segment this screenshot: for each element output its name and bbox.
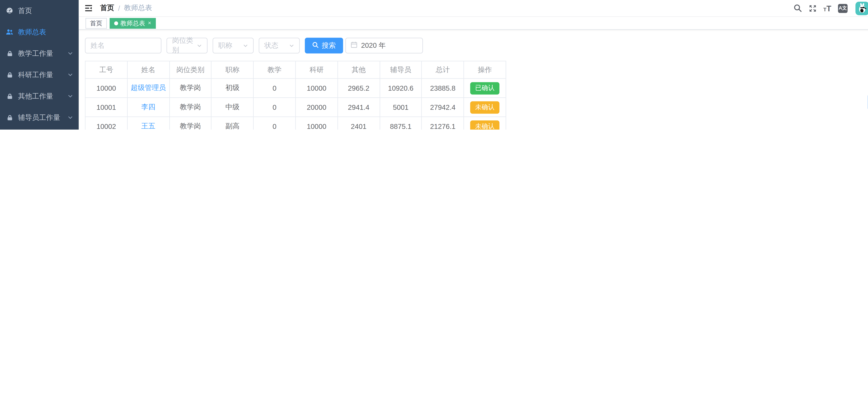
cell-research: 20000 bbox=[296, 98, 338, 117]
status-button-unconfirmed[interactable]: 未确认 bbox=[470, 120, 500, 130]
name-input[interactable]: 姓名 bbox=[85, 38, 161, 54]
sidebar-item-label: 教师总表 bbox=[18, 27, 46, 37]
navbar-actions: TT A文 bbox=[790, 1, 868, 15]
chevron-down-icon bbox=[67, 93, 73, 99]
search-button[interactable]: 搜索 bbox=[305, 38, 343, 54]
tag-label: 首页 bbox=[90, 19, 102, 27]
tags-view: 首页×教师总表× bbox=[79, 17, 868, 30]
lock-icon bbox=[5, 50, 13, 57]
teacher-name-link[interactable]: 超级管理员 bbox=[131, 84, 166, 92]
cell-teaching: 0 bbox=[253, 79, 296, 98]
title-select[interactable]: 职称 bbox=[213, 38, 254, 54]
sidebar-item-label: 科研工作量 bbox=[18, 70, 53, 80]
cell-other: 2965.2 bbox=[338, 79, 380, 98]
user-avatar[interactable] bbox=[856, 1, 868, 15]
cell-research: 10000 bbox=[296, 117, 338, 129]
status-button-confirmed[interactable]: 已确认 bbox=[470, 82, 500, 94]
lock-icon bbox=[5, 114, 13, 121]
table-header-row: 工号姓名岗位类别职称教学科研其他辅导员总计操作 bbox=[85, 61, 506, 79]
column-header: 工号 bbox=[85, 61, 127, 79]
hamburger-icon[interactable] bbox=[84, 4, 93, 12]
column-header: 科研 bbox=[296, 61, 338, 79]
sidebar: 首页教师总表教学工作量科研工作量其他工作量辅导员工作量参数设置 bbox=[0, 0, 79, 129]
table-row: 10001李四教学岗中级0200002941.4500127942.4未确认 bbox=[85, 98, 506, 117]
cell-action: 已确认 bbox=[464, 79, 506, 98]
search-icon[interactable] bbox=[790, 4, 805, 12]
cell-title: 初级 bbox=[212, 79, 253, 98]
cell-other: 2401 bbox=[338, 117, 380, 129]
breadcrumb-home[interactable]: 首页 bbox=[100, 3, 114, 13]
filter-bar: 姓名 岗位类别 职称 状态 bbox=[85, 38, 868, 54]
fullscreen-icon[interactable] bbox=[805, 4, 820, 12]
sidebar-item-label: 首页 bbox=[18, 6, 32, 16]
table-row: 10002王五教学岗副高01000024018875.121276.1未确认 bbox=[85, 117, 506, 129]
teacher-table: 工号姓名岗位类别职称教学科研其他辅导员总计操作 10000超级管理员教学岗初级0… bbox=[85, 61, 506, 129]
cell-title: 中级 bbox=[212, 98, 253, 117]
cell-other: 2941.4 bbox=[338, 98, 380, 117]
chevron-down-icon bbox=[197, 43, 202, 48]
sidebar-item-parameter-settings[interactable]: 参数设置 bbox=[0, 128, 79, 130]
cell-research: 10000 bbox=[296, 79, 338, 98]
close-icon[interactable]: × bbox=[148, 20, 151, 26]
cell-id: 10001 bbox=[85, 98, 127, 117]
sidebar-item-counselor-workload[interactable]: 辅导员工作量 bbox=[0, 107, 79, 128]
page: 首页教师总表教学工作量科研工作量其他工作量辅导员工作量参数设置 首页 / 教师总… bbox=[0, 0, 868, 129]
tag-home[interactable]: 首页× bbox=[85, 18, 107, 29]
sidebar-item-home[interactable]: 首页 bbox=[0, 0, 79, 21]
cell-category: 教学岗 bbox=[169, 79, 211, 98]
cell-counselor: 5001 bbox=[380, 98, 422, 117]
column-header: 岗位类别 bbox=[169, 61, 211, 79]
language-icon[interactable]: A文 bbox=[835, 4, 851, 13]
cell-title: 副高 bbox=[212, 117, 253, 129]
teachers-icon bbox=[5, 28, 13, 36]
year-value: 2020 年 bbox=[361, 41, 386, 50]
column-header: 职称 bbox=[212, 61, 253, 79]
active-dot bbox=[114, 21, 118, 25]
cell-counselor: 10920.6 bbox=[380, 79, 422, 98]
font-size-icon[interactable]: TT bbox=[820, 4, 835, 13]
tag-teacher-summary[interactable]: 教师总表× bbox=[110, 18, 156, 29]
teacher-name-link[interactable]: 王五 bbox=[141, 122, 155, 129]
main-area: 首页 / 教师总表 TT bbox=[79, 0, 868, 129]
column-header: 操作 bbox=[464, 61, 506, 79]
cell-action: 未确认 bbox=[464, 98, 506, 117]
search-icon bbox=[312, 41, 319, 50]
navbar: 首页 / 教师总表 TT bbox=[79, 0, 868, 17]
cell-total: 21276.1 bbox=[422, 117, 464, 129]
cell-name: 李四 bbox=[127, 98, 169, 117]
status-button-unconfirmed[interactable]: 未确认 bbox=[470, 101, 500, 113]
name-input-placeholder: 姓名 bbox=[91, 41, 105, 50]
breadcrumb: 首页 / 教师总表 bbox=[100, 3, 152, 13]
sidebar-item-teaching-workload[interactable]: 教学工作量 bbox=[0, 43, 79, 64]
column-header: 总计 bbox=[422, 61, 464, 79]
breadcrumb-separator: / bbox=[118, 4, 120, 12]
year-picker[interactable]: 2020 年 bbox=[345, 38, 423, 54]
teacher-name-link[interactable]: 李四 bbox=[141, 103, 155, 111]
cell-name: 王五 bbox=[127, 117, 169, 129]
status-select[interactable]: 状态 bbox=[259, 38, 300, 54]
cell-id: 10002 bbox=[85, 117, 127, 129]
cell-teaching: 0 bbox=[253, 117, 296, 129]
lock-icon bbox=[5, 92, 13, 100]
cell-action: 未确认 bbox=[464, 117, 506, 129]
tag-label: 教师总表 bbox=[120, 19, 145, 27]
cell-total: 23885.8 bbox=[422, 79, 464, 98]
chevron-down-icon bbox=[67, 51, 73, 56]
sidebar-item-teacher-summary[interactable]: 教师总表 bbox=[0, 21, 79, 43]
cell-total: 27942.4 bbox=[422, 98, 464, 117]
sidebar-item-research-workload[interactable]: 科研工作量 bbox=[0, 64, 79, 86]
chevron-down-icon bbox=[289, 43, 294, 48]
lock-icon bbox=[5, 71, 13, 79]
dashboard-icon bbox=[5, 7, 13, 14]
sidebar-item-other-workload[interactable]: 其他工作量 bbox=[0, 86, 79, 107]
cell-id: 10000 bbox=[85, 79, 127, 98]
sidebar-item-label: 教学工作量 bbox=[18, 49, 53, 58]
table-row: 10000超级管理员教学岗初级0100002965.210920.623885.… bbox=[85, 79, 506, 98]
column-header: 辅导员 bbox=[380, 61, 422, 79]
chevron-down-icon bbox=[67, 115, 73, 120]
sidebar-item-label: 辅导员工作量 bbox=[18, 113, 60, 122]
category-select[interactable]: 岗位类别 bbox=[166, 38, 208, 54]
cell-category: 教学岗 bbox=[169, 117, 211, 129]
sidebar-item-label: 其他工作量 bbox=[18, 91, 53, 101]
app-container: 姓名 岗位类别 职称 状态 bbox=[79, 30, 868, 130]
